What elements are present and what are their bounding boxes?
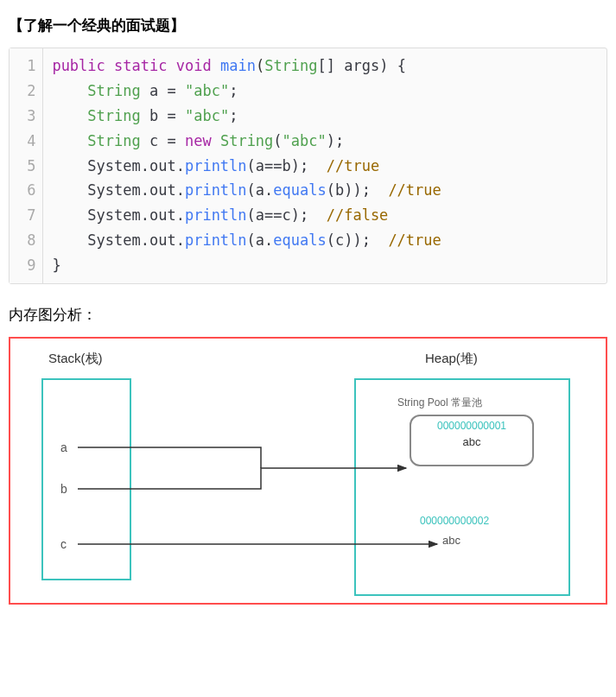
code-block: 1 2 3 4 5 6 7 8 9 public static void mai… <box>9 48 607 284</box>
line-number: 9 <box>18 253 35 278</box>
stack-box <box>41 378 131 580</box>
heap-box <box>354 378 570 596</box>
line-number: 7 <box>18 203 35 228</box>
heap-title: Heap(堆) <box>425 351 478 367</box>
string-pool-label: String Pool 常量池 <box>397 396 482 410</box>
heap-address-2: 000000000002 <box>420 515 489 527</box>
line-number: 3 <box>18 104 35 129</box>
stack-var-b: b <box>60 482 67 496</box>
line-number: 4 <box>18 129 35 154</box>
section-label: 内存图分析： <box>9 305 607 325</box>
stack-title: Stack(栈) <box>48 351 103 367</box>
stack-var-a: a <box>60 440 67 454</box>
heap-value-2: abc <box>442 534 460 547</box>
line-number: 1 <box>18 54 35 79</box>
stack-var-c: c <box>60 537 67 551</box>
line-gutter: 1 2 3 4 5 6 7 8 9 <box>10 48 43 283</box>
line-number: 2 <box>18 79 35 104</box>
memory-diagram: Stack(栈) Heap(堆) a b c String Pool 常量池 0… <box>9 337 607 605</box>
line-number: 6 <box>18 178 35 203</box>
string-pool-box: 000000000001 abc <box>410 415 534 466</box>
pool-address: 000000000001 <box>411 420 532 432</box>
pool-value: abc <box>411 435 532 448</box>
line-number: 5 <box>18 154 35 179</box>
line-number: 8 <box>18 228 35 253</box>
code-content: public static void main(String[] args) {… <box>43 48 449 283</box>
page-title: 【了解一个经典的面试题】 <box>9 16 607 35</box>
